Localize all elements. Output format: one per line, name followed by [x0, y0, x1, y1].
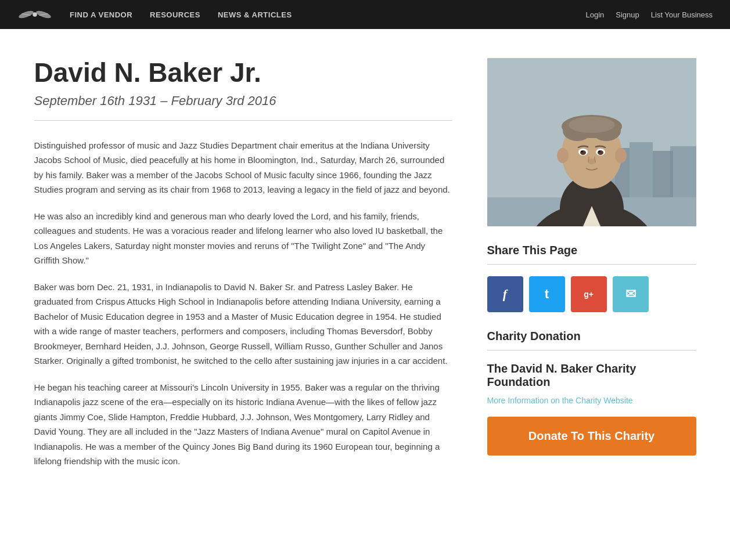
main-content: David N. Baker Jr. September 16th 1931 –…	[34, 58, 452, 480]
portrait-svg	[487, 58, 696, 226]
share-heading: Share This Page	[487, 244, 696, 257]
nav-signup[interactable]: Signup	[616, 10, 639, 19]
share-buttons: f t g+ ✉	[487, 276, 696, 312]
charity-name: The David N. Baker Charity Foundation	[487, 362, 696, 389]
page-container: David N. Baker Jr. September 16th 1931 –…	[17, 29, 714, 510]
site-logo[interactable]	[17, 4, 52, 25]
nav-right: Login Signup List Your Business	[585, 10, 713, 19]
nav-list-business[interactable]: List Your Business	[651, 10, 713, 19]
share-divider	[487, 264, 696, 265]
email-icon: ✉	[625, 287, 636, 302]
share-email-button[interactable]: ✉	[613, 276, 649, 312]
navbar: FIND A VENDOR RESOURCES NEWS & ARTICLES …	[0, 0, 730, 29]
svg-point-33	[557, 148, 569, 163]
bio-paragraph-2: He was also an incredibly kind and gener…	[34, 209, 452, 268]
charity-divider	[487, 350, 696, 351]
share-section: Share This Page f t g+ ✉	[487, 244, 696, 312]
googleplus-icon: g+	[584, 290, 594, 299]
person-dates: September 16th 1931 – February 3rd 2016	[34, 93, 452, 109]
bio-paragraph-4: He began his teaching career at Missouri…	[34, 380, 452, 469]
nav-news-articles[interactable]: NEWS & ARTICLES	[218, 10, 292, 19]
charity-section: Charity Donation The David N. Baker Char…	[487, 330, 696, 456]
nav-resources[interactable]: RESOURCES	[150, 10, 200, 19]
sidebar: Share This Page f t g+ ✉ Charity Donatio…	[487, 58, 696, 480]
svg-rect-11	[670, 146, 696, 197]
charity-heading: Charity Donation	[487, 330, 696, 343]
nav-links: FIND A VENDOR RESOURCES NEWS & ARTICLES	[70, 10, 292, 19]
nav-left: FIND A VENDOR RESOURCES NEWS & ARTICLES	[17, 4, 292, 25]
share-facebook-button[interactable]: f	[487, 276, 523, 312]
svg-line-32	[595, 157, 595, 162]
share-twitter-button[interactable]: t	[529, 276, 565, 312]
bio-paragraph-3: Baker was born Dec. 21, 1931, in Indiana…	[34, 280, 452, 368]
person-name: David N. Baker Jr.	[34, 58, 452, 88]
charity-website-link[interactable]: More Information on the Charity Website	[487, 396, 696, 405]
svg-line-31	[588, 157, 589, 162]
twitter-icon: t	[545, 287, 549, 302]
nav-find-vendor[interactable]: FIND A VENDOR	[70, 10, 132, 19]
svg-point-2	[33, 12, 37, 17]
svg-point-23	[569, 117, 615, 133]
svg-point-34	[615, 148, 627, 163]
svg-rect-10	[653, 151, 673, 197]
portrait-image	[487, 58, 696, 226]
svg-point-29	[598, 151, 600, 153]
svg-rect-9	[630, 142, 653, 197]
facebook-icon: f	[503, 287, 507, 302]
share-googleplus-button[interactable]: g+	[571, 276, 607, 312]
donate-button[interactable]: Donate To This Charity	[487, 417, 696, 456]
nav-login[interactable]: Login	[585, 10, 604, 19]
content-divider	[34, 120, 452, 121]
svg-point-28	[581, 151, 583, 153]
bio-paragraph-1: Distinguished professor of music and Jaz…	[34, 138, 452, 197]
